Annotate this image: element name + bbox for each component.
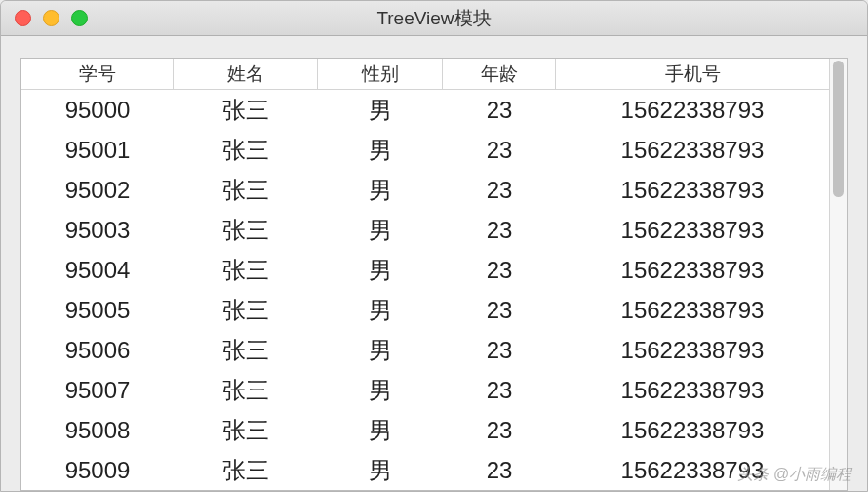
treeview[interactable]: 学号 姓名 性别 年龄 手机号 95000张三男2315622338793950… [20,58,848,491]
table-cell: 95007 [21,370,174,410]
table-cell: 23 [443,250,556,290]
table-row[interactable]: 95004张三男2315622338793 [21,250,829,290]
treeview-header-row: 学号 姓名 性别 年龄 手机号 [21,59,829,90]
table-cell: 男 [318,370,443,410]
table-cell: 男 [318,210,443,250]
column-header[interactable]: 学号 [21,59,174,89]
maximize-icon[interactable] [71,10,88,26]
minimize-icon[interactable] [43,10,59,26]
table-cell: 张三 [174,370,318,410]
table-cell: 男 [318,290,443,330]
table-cell: 男 [318,330,443,370]
table-cell: 男 [318,410,443,450]
content-area: 学号 姓名 性别 年龄 手机号 95000张三男2315622338793950… [1,36,867,491]
vertical-scrollbar[interactable] [829,59,847,490]
table-cell: 15622338793 [556,290,829,330]
table-cell: 15622338793 [556,370,829,410]
window-title: TreeView模块 [1,6,867,31]
table-cell: 男 [318,130,443,170]
table-cell: 15622338793 [556,250,829,290]
table-cell: 95003 [21,210,174,250]
table-cell: 95000 [21,90,174,130]
table-cell: 15622338793 [556,130,829,170]
table-cell: 男 [318,450,443,490]
titlebar: TreeView模块 [1,1,867,36]
app-window: TreeView模块 学号 姓名 性别 年龄 手机号 95000张三男23156… [0,0,868,492]
table-cell: 15622338793 [556,90,829,130]
table-cell: 张三 [174,170,318,210]
table-cell: 95004 [21,250,174,290]
table-cell: 15622338793 [556,450,829,490]
table-row[interactable]: 95000张三男2315622338793 [21,90,829,130]
table-cell: 95001 [21,130,174,170]
table-cell: 张三 [174,410,318,450]
table-cell: 95002 [21,170,174,210]
table-cell: 张三 [174,250,318,290]
column-header[interactable]: 性别 [318,59,443,89]
table-cell: 95009 [21,450,174,490]
table-cell: 男 [318,170,443,210]
table-row[interactable]: 95007张三男2315622338793 [21,370,829,410]
table-row[interactable]: 95002张三男2315622338793 [21,170,829,210]
table-cell: 张三 [174,210,318,250]
table-cell: 23 [443,370,556,410]
table-cell: 男 [318,90,443,130]
column-header[interactable]: 姓名 [174,59,318,89]
table-cell: 15622338793 [556,410,829,450]
table-cell: 张三 [174,90,318,130]
table-row[interactable]: 95009张三男2315622338793 [21,450,829,490]
treeview-body: 95000张三男231562233879395001张三男23156223387… [21,90,829,490]
column-header[interactable]: 手机号 [556,59,829,89]
table-cell: 23 [443,170,556,210]
table-cell: 张三 [174,450,318,490]
table-row[interactable]: 95003张三男2315622338793 [21,210,829,250]
table-cell: 23 [443,210,556,250]
table-cell: 23 [443,290,556,330]
traffic-lights [1,10,88,26]
table-cell: 张三 [174,290,318,330]
scrollbar-thumb[interactable] [833,61,844,197]
table-cell: 23 [443,450,556,490]
table-cell: 95008 [21,410,174,450]
close-icon[interactable] [15,10,31,26]
treeview-table: 学号 姓名 性别 年龄 手机号 95000张三男2315622338793950… [21,59,829,490]
column-header[interactable]: 年龄 [443,59,556,89]
table-cell: 23 [443,410,556,450]
table-row[interactable]: 95005张三男2315622338793 [21,290,829,330]
table-cell: 23 [443,330,556,370]
table-cell: 23 [443,130,556,170]
table-cell: 张三 [174,330,318,370]
table-row[interactable]: 95008张三男2315622338793 [21,410,829,450]
table-cell: 95006 [21,330,174,370]
table-cell: 15622338793 [556,330,829,370]
table-row[interactable]: 95001张三男2315622338793 [21,130,829,170]
table-cell: 15622338793 [556,170,829,210]
table-row[interactable]: 95006张三男2315622338793 [21,330,829,370]
table-cell: 张三 [174,130,318,170]
table-cell: 23 [443,90,556,130]
table-cell: 95005 [21,290,174,330]
table-cell: 15622338793 [556,210,829,250]
table-cell: 男 [318,250,443,290]
